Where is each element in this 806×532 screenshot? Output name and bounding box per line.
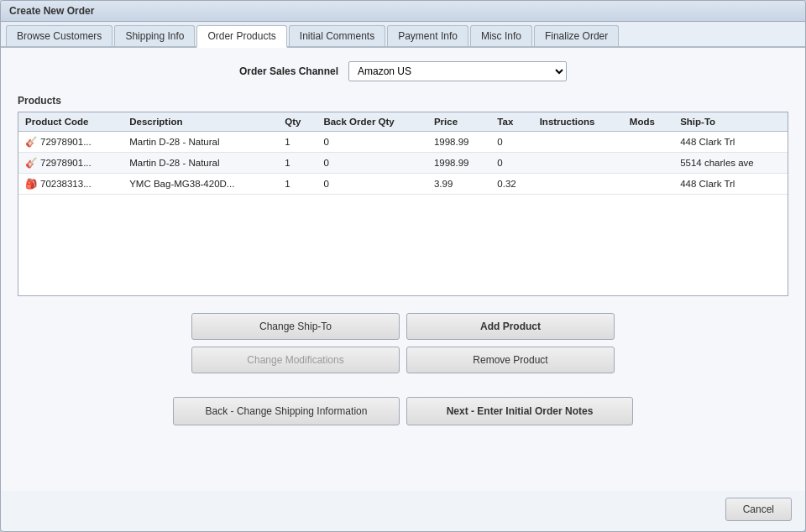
add-product-button[interactable]: Add Product xyxy=(406,313,615,340)
tab-order-products[interactable]: Order Products xyxy=(196,25,286,48)
cell-qty: 1 xyxy=(278,153,317,174)
cell-product-code: 🎸 72978901... xyxy=(18,132,123,153)
cell-mods xyxy=(623,174,673,195)
table-row[interactable]: 🎸 72978901... Martin D-28 - Natural 1 0 … xyxy=(18,153,788,174)
change-ship-to-button[interactable]: Change Ship-To xyxy=(191,313,400,340)
products-section: Products Product Code Description Qty Ba… xyxy=(18,95,788,296)
cell-price: 3.99 xyxy=(427,174,490,195)
content-area: Order Sales Channel Amazon US Products P… xyxy=(1,48,805,491)
tab-finalize-order[interactable]: Finalize Order xyxy=(534,25,619,46)
cell-product-code: 🎸 72978901... xyxy=(18,153,123,174)
cell-qty: 1 xyxy=(278,174,317,195)
cell-ship-to: 448 Clark Trl xyxy=(673,132,788,153)
cell-description: Martin D-28 - Natural xyxy=(123,132,278,153)
col-back-order-qty: Back Order Qty xyxy=(317,112,427,132)
main-window: Create New Order Browse Customers Shippi… xyxy=(0,0,806,532)
bag-icon: 🎒 xyxy=(25,178,37,190)
next-button[interactable]: Next - Enter Initial Order Notes xyxy=(406,397,633,425)
sales-channel-row: Order Sales Channel Amazon US xyxy=(18,61,788,81)
cell-mods xyxy=(623,132,673,153)
cell-ship-to: 5514 charles ave xyxy=(673,153,788,174)
cell-mods xyxy=(623,153,673,174)
cell-qty: 1 xyxy=(278,132,317,153)
tab-initial-comments[interactable]: Initial Comments xyxy=(289,25,385,46)
remove-product-button[interactable]: Remove Product xyxy=(406,347,615,373)
button-row-2: Change Modifications Remove Product xyxy=(191,347,615,373)
table-row[interactable]: 🎸 72978901... Martin D-28 - Natural 1 0 … xyxy=(18,132,788,153)
sales-channel-label: Order Sales Channel xyxy=(239,65,338,77)
cell-back-order-qty: 0 xyxy=(317,174,427,195)
cell-instructions xyxy=(533,153,623,174)
cell-product-code: 🎒 70238313... xyxy=(18,174,123,195)
products-table: Product Code Description Qty Back Order … xyxy=(18,112,788,195)
col-qty: Qty xyxy=(278,112,317,132)
cell-instructions xyxy=(533,132,623,153)
guitar-icon: 🎸 xyxy=(25,157,37,169)
guitar-icon: 🎸 xyxy=(25,136,37,148)
col-tax: Tax xyxy=(490,112,532,132)
title-bar: Create New Order xyxy=(1,1,805,22)
back-button[interactable]: Back - Change Shipping Information xyxy=(173,397,400,425)
cell-price: 1998.99 xyxy=(427,132,490,153)
cell-tax: 0 xyxy=(490,153,532,174)
col-product-code: Product Code xyxy=(18,112,123,132)
cell-instructions xyxy=(533,174,623,195)
table-row[interactable]: 🎒 70238313... YMC Bag-MG38-420D... 1 0 3… xyxy=(18,174,788,195)
products-label: Products xyxy=(18,95,788,107)
cell-back-order-qty: 0 xyxy=(317,132,427,153)
table-header-row: Product Code Description Qty Back Order … xyxy=(18,112,788,132)
tab-bar: Browse Customers Shipping Info Order Pro… xyxy=(1,22,805,48)
sales-channel-select[interactable]: Amazon US xyxy=(348,61,567,81)
col-ship-to: Ship-To xyxy=(673,112,788,132)
col-instructions: Instructions xyxy=(533,112,623,132)
window-title: Create New Order xyxy=(9,5,94,17)
action-buttons-area: Change Ship-To Add Product Change Modifi… xyxy=(18,313,788,373)
col-price: Price xyxy=(427,112,490,132)
cell-description: YMC Bag-MG38-420D... xyxy=(123,174,278,195)
tab-misc-info[interactable]: Misc Info xyxy=(470,25,532,46)
cell-back-order-qty: 0 xyxy=(317,153,427,174)
cancel-button[interactable]: Cancel xyxy=(725,498,792,521)
cell-tax: 0 xyxy=(490,132,532,153)
col-description: Description xyxy=(123,112,278,132)
products-table-container: Product Code Description Qty Back Order … xyxy=(18,112,788,296)
cell-ship-to: 448 Clark Trl xyxy=(673,174,788,195)
col-mods: Mods xyxy=(623,112,673,132)
cell-price: 1998.99 xyxy=(427,153,490,174)
cell-description: Martin D-28 - Natural xyxy=(123,153,278,174)
cell-tax: 0.32 xyxy=(490,174,532,195)
button-row-1: Change Ship-To Add Product xyxy=(191,313,615,340)
tab-browse-customers[interactable]: Browse Customers xyxy=(6,25,113,46)
tab-payment-info[interactable]: Payment Info xyxy=(387,25,468,46)
change-modifications-button[interactable]: Change Modifications xyxy=(191,347,400,373)
tab-shipping-info[interactable]: Shipping Info xyxy=(114,25,195,46)
nav-buttons: Back - Change Shipping Information Next … xyxy=(18,397,788,425)
cancel-row: Cancel xyxy=(1,491,805,531)
